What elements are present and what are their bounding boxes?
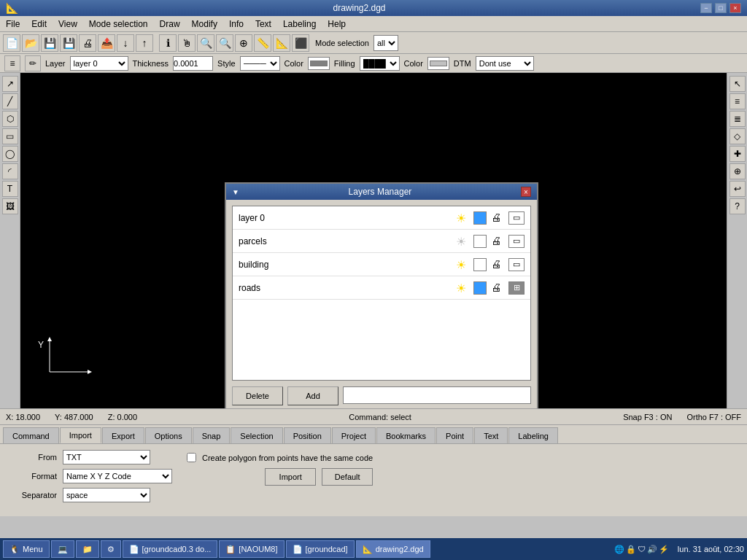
view-mode-icon[interactable]: ▭ — [508, 258, 525, 271]
dialog-close-button[interactable]: × — [521, 187, 531, 197]
tab-text[interactable]: Text — [474, 427, 508, 443]
print-icon[interactable]: 🖨 — [491, 211, 504, 225]
delete-layer-button[interactable]: Delete — [232, 386, 283, 405]
visibility-sun-icon[interactable]: ☀ — [456, 211, 469, 225]
add-layer-button[interactable]: Add — [287, 386, 338, 405]
zoom-fit-button[interactable]: ⊕ — [235, 34, 252, 52]
print-icon[interactable]: 🖨 — [491, 235, 504, 248]
menu-mode-selection[interactable]: Mode selection — [83, 18, 154, 31]
layer-row[interactable]: parcels ☀ 🖨 ▭ — [233, 230, 530, 253]
thickness-input[interactable]: 0.0001 — [173, 56, 213, 71]
menu-info[interactable]: Info — [223, 18, 249, 31]
tool-poly[interactable]: ⬡ — [2, 111, 18, 127]
separator-select[interactable]: space tab comma semicolon — [63, 488, 150, 502]
layer-row[interactable]: roads ☀ 🖨 ⊞ — [233, 276, 530, 300]
taskbar-item-groundcad2[interactable]: 📄 [groundcad] — [286, 540, 355, 558]
import-button[interactable]: Import — [265, 468, 316, 486]
dtm-select[interactable]: Dont use — [476, 56, 534, 71]
area-button[interactable]: ⬛ — [292, 34, 309, 52]
right-tool-select[interactable]: ↖ — [729, 76, 746, 92]
format-select[interactable]: Name X Y Z Code X Y Z Code Name X Y Z — [63, 469, 172, 483]
taskbar-files[interactable]: 📁 — [76, 540, 99, 558]
pointer-button[interactable]: 🖱 — [178, 34, 196, 52]
view-mode-icon[interactable]: ▭ — [508, 211, 525, 225]
tab-labeling[interactable]: Labeling — [508, 427, 558, 443]
minimize-button[interactable]: − — [700, 3, 712, 13]
tool-text[interactable]: T — [2, 181, 18, 197]
tool-arrow[interactable]: ↗ — [2, 76, 18, 92]
right-tool-undo[interactable]: ↩ — [729, 181, 746, 197]
tab-export[interactable]: Export — [102, 427, 144, 443]
print-icon[interactable]: 🖨 — [491, 281, 504, 295]
taskbar-item-naoum[interactable]: 📋 [NAOUM8] — [219, 540, 284, 558]
measure-button[interactable]: 📏 — [254, 34, 271, 52]
layer-color-swatch[interactable] — [473, 281, 487, 295]
print-icon[interactable]: 🖨 — [491, 258, 504, 271]
open-button[interactable]: 📂 — [22, 34, 39, 52]
visibility-sun-icon[interactable]: ☀ — [456, 235, 469, 248]
right-tool-eraser[interactable]: ◇ — [729, 128, 746, 144]
filling-select[interactable]: ████ — [360, 56, 400, 71]
taskbar-desktop[interactable]: 💻 — [51, 540, 74, 558]
taskbar-item-groundcad[interactable]: 📄 [groundcad0.3 do... — [123, 540, 218, 558]
menu-view[interactable]: View — [53, 18, 83, 31]
menu-labeling[interactable]: Labeling — [277, 18, 322, 31]
save-button[interactable]: 💾 — [41, 34, 58, 52]
taskbar-menu[interactable]: 🐧 Menu — [3, 540, 50, 558]
save-as-button[interactable]: 💾 — [60, 34, 77, 52]
layer-row[interactable]: layer 0 ☀ 🖨 ▭ — [233, 206, 530, 230]
color-picker-1[interactable] — [308, 57, 330, 70]
new-button[interactable]: 📄 — [3, 34, 20, 52]
layer-color-swatch[interactable] — [473, 211, 487, 225]
undo-button[interactable]: ↓ — [117, 34, 134, 52]
menu-file[interactable]: File — [0, 18, 26, 31]
layer-edit-btn[interactable]: ✏ — [25, 55, 41, 71]
print-button[interactable]: 🖨 — [79, 34, 96, 52]
visibility-sun-icon[interactable]: ☀ — [456, 281, 469, 295]
zoom-out-button[interactable]: 🔍 — [216, 34, 233, 52]
tab-command[interactable]: Command — [3, 427, 59, 443]
tool-circle[interactable]: ◯ — [2, 146, 18, 162]
tab-snap[interactable]: Snap — [193, 427, 231, 443]
visibility-sun-icon[interactable]: ☀ — [456, 258, 469, 271]
tool-image[interactable]: 🖼 — [2, 198, 18, 214]
right-tool-snap[interactable]: ⊕ — [729, 163, 746, 179]
menu-modify[interactable]: Modify — [186, 18, 223, 31]
tab-import[interactable]: Import — [60, 427, 101, 443]
right-tool-edit[interactable]: ✚ — [729, 146, 746, 162]
tab-position[interactable]: Position — [284, 427, 331, 443]
view-mode-icon[interactable]: ▭ — [508, 235, 525, 248]
color-picker-2[interactable] — [427, 57, 449, 70]
menu-help[interactable]: Help — [322, 18, 352, 31]
layer-select[interactable]: layer 0 — [70, 56, 128, 71]
export-button[interactable]: 📤 — [98, 34, 115, 52]
info-button[interactable]: ℹ — [159, 34, 177, 52]
tab-selection[interactable]: Selection — [231, 427, 282, 443]
tool-line[interactable]: ╱ — [2, 93, 18, 109]
layer-tool-btn[interactable]: ≡ — [4, 55, 20, 71]
default-button[interactable]: Default — [322, 468, 373, 486]
close-button[interactable]: × — [729, 3, 741, 13]
menu-draw[interactable]: Draw — [154, 18, 186, 31]
mode-selection-dropdown[interactable]: all — [374, 35, 398, 51]
polygon-checkbox[interactable] — [187, 453, 196, 462]
right-tool-help[interactable]: ? — [729, 198, 746, 214]
layer-row[interactable]: building ☀ 🖨 ▭ — [233, 253, 530, 276]
tab-options[interactable]: Options — [145, 427, 192, 443]
view-mode-icon[interactable]: ⊞ — [508, 281, 525, 295]
tab-project[interactable]: Project — [332, 427, 376, 443]
main-canvas[interactable]: Y X ▼ Layers Manager × — [20, 73, 727, 408]
right-tool-lines[interactable]: ≡ — [729, 93, 746, 109]
layer-color-swatch[interactable] — [473, 258, 487, 271]
right-tool-lines2[interactable]: ≣ — [729, 111, 746, 127]
tab-bookmarks[interactable]: Bookmarks — [376, 427, 436, 443]
from-select[interactable]: TXT CSV DXF — [63, 450, 150, 464]
zoom-in-button[interactable]: 🔍 — [197, 34, 214, 52]
layer-color-swatch[interactable] — [473, 235, 487, 248]
maximize-button[interactable]: □ — [715, 3, 727, 13]
tool-rect[interactable]: ▭ — [2, 128, 18, 144]
measure2-button[interactable]: 📐 — [273, 34, 290, 52]
tool-arc[interactable]: ◜ — [2, 163, 18, 179]
redo-button[interactable]: ↑ — [136, 34, 153, 52]
tab-point[interactable]: Point — [436, 427, 473, 443]
